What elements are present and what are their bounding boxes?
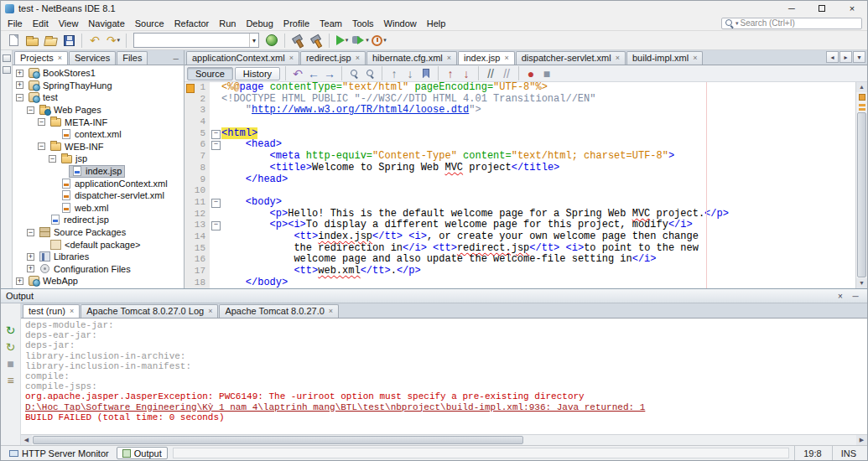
close-tab-icon[interactable]: × xyxy=(329,308,333,315)
open-project-button[interactable] xyxy=(41,31,60,49)
collapse-handle-icon[interactable]: − xyxy=(16,94,23,101)
tree-node-web-inf[interactable]: −WEB-INF xyxy=(13,141,184,153)
output-horizontal-scrollbar[interactable]: ◀ ▶ xyxy=(21,434,867,445)
start-macro-button[interactable]: ● xyxy=(523,66,538,80)
close-tab-icon[interactable]: × xyxy=(289,54,294,62)
tree-node-index.jsp[interactable]: index.jsp xyxy=(13,165,184,178)
close-tab-icon[interactable]: × xyxy=(504,54,508,62)
scroll-left-icon[interactable]: ◀ xyxy=(21,435,32,445)
scrollbar-thumb[interactable] xyxy=(33,436,523,444)
project-tree[interactable]: +BookStores1+SpringThayHung−test−Web Pag… xyxy=(13,65,184,288)
view-button-source[interactable]: Source xyxy=(187,67,233,80)
docked-window-output[interactable]: Output xyxy=(117,447,168,459)
next-bookmark-button[interactable]: ↓ xyxy=(403,66,418,80)
menu-window[interactable]: Window xyxy=(379,18,422,29)
previous-error-button[interactable]: ↑ xyxy=(443,66,458,80)
menu-edit[interactable]: Edit xyxy=(28,18,54,29)
uncomment-button[interactable]: // xyxy=(499,66,514,80)
menu-source[interactable]: Source xyxy=(130,18,169,29)
collapse-handle-icon[interactable]: − xyxy=(38,118,45,126)
editor-tab-hibernate.cfg.xml[interactable]: hibernate.cfg.xml× xyxy=(366,51,457,65)
scroll-down-icon[interactable]: ▼ xyxy=(856,278,867,288)
back-button[interactable]: ← xyxy=(306,66,321,80)
tree-node-jsp[interactable]: −jsp xyxy=(13,153,184,165)
tree-node-default-package[interactable]: <default package> xyxy=(13,238,184,251)
close-tab-icon[interactable]: × xyxy=(693,54,697,62)
fold-collapse-icon[interactable] xyxy=(210,197,221,209)
menu-refactor[interactable]: Refactor xyxy=(169,18,215,29)
scrollbar-thumb[interactable] xyxy=(857,112,866,277)
profile-project-button[interactable]: ▾ xyxy=(370,31,388,49)
ide-browser-button[interactable] xyxy=(262,31,281,49)
close-tab-icon[interactable]: × xyxy=(70,308,74,315)
scroll-tabs-left-icon[interactable]: ◂ xyxy=(826,51,839,63)
explorer-tab-services[interactable]: Services xyxy=(69,51,116,65)
editor-tab-index.jsp[interactable]: index.jsp× xyxy=(458,51,515,65)
fold-collapse-icon[interactable] xyxy=(210,128,221,140)
tab-list-icon[interactable]: ▾ xyxy=(853,51,865,63)
last-edit-button[interactable]: ↶ xyxy=(290,66,305,80)
search-input[interactable] xyxy=(741,18,859,28)
menu-team[interactable]: Team xyxy=(314,18,347,29)
tree-node-source-packages[interactable]: −Source Packages xyxy=(13,226,184,239)
previous-bookmark-button[interactable]: ↑ xyxy=(387,66,402,80)
debug-project-button[interactable]: ▾ xyxy=(351,31,370,49)
fold-collapse-icon[interactable] xyxy=(210,220,221,231)
view-button-history[interactable]: History xyxy=(235,67,280,80)
menu-debug[interactable]: Debug xyxy=(241,18,278,29)
explorer-tab-projects[interactable]: Projects× xyxy=(14,51,68,65)
minimize-output-button[interactable]: ─ xyxy=(849,292,862,301)
new-file-button[interactable] xyxy=(4,31,23,49)
minimize-panel-icon[interactable]: ─ xyxy=(170,54,182,65)
expand-handle-icon[interactable]: + xyxy=(16,70,23,77)
editor-tab-build-impl.xml[interactable]: build-impl.xml× xyxy=(626,51,704,65)
project-configuration-combo[interactable]: ▾ xyxy=(133,33,259,48)
expand-handle-icon[interactable]: + xyxy=(16,81,23,89)
collapse-handle-icon[interactable]: − xyxy=(49,155,56,163)
editor-scrollbar[interactable]: ▲ ▼ xyxy=(855,82,867,288)
tree-node-test[interactable]: −test xyxy=(13,91,184,104)
stop-build-button[interactable]: ■ xyxy=(3,357,18,370)
redo-button[interactable]: ↷▾ xyxy=(104,31,122,49)
expand-handle-icon[interactable]: + xyxy=(27,253,34,261)
tree-node-applicationcontext.xml[interactable]: applicationContext.xml xyxy=(13,177,184,189)
collapse-handle-icon[interactable]: − xyxy=(38,142,45,150)
forward-button[interactable]: → xyxy=(322,66,337,80)
run-project-button[interactable]: ▾ xyxy=(333,31,351,49)
editor-tab-applicationcontext.xml[interactable]: applicationContext.xml× xyxy=(186,51,299,65)
close-tab-icon[interactable]: × xyxy=(447,54,451,62)
stop-macro-button[interactable]: ■ xyxy=(539,66,554,80)
minimize-window-button[interactable]: ─ xyxy=(777,1,807,16)
save-all-button[interactable] xyxy=(60,31,78,49)
next-error-button[interactable]: ↓ xyxy=(459,66,474,80)
close-tab-icon[interactable]: × xyxy=(58,54,62,62)
close-window-button[interactable]: × xyxy=(837,1,867,16)
rerun-button[interactable]: ↻ xyxy=(3,324,18,336)
new-project-button[interactable] xyxy=(23,31,41,49)
scroll-right-icon[interactable]: ▶ xyxy=(856,435,867,445)
console-file-link[interactable]: D:\Hoc Tap\Software Engineering\Kỳ 1 nam… xyxy=(25,402,863,412)
menu-help[interactable]: Help xyxy=(422,18,451,29)
close-tab-icon[interactable]: × xyxy=(356,54,360,62)
close-output-button[interactable]: × xyxy=(834,292,847,301)
rerun-with-args-button[interactable]: ↻ xyxy=(3,340,18,353)
ant-settings-button[interactable]: ≡ xyxy=(3,374,18,386)
menu-run[interactable]: Run xyxy=(214,18,241,29)
menu-view[interactable]: View xyxy=(54,18,84,29)
expand-handle-icon[interactable]: + xyxy=(16,277,23,285)
minimized-navigator-button[interactable] xyxy=(3,54,11,62)
console-output[interactable]: deps-module-jar:deps-ear-jar:deps-jar:li… xyxy=(21,319,867,434)
toggle-bookmark-button[interactable] xyxy=(418,66,434,80)
editor-tab-redirect.jsp[interactable]: redirect.jsp× xyxy=(300,51,366,65)
fold-collapse-icon[interactable] xyxy=(210,139,221,151)
incremental-search-button[interactable] xyxy=(362,66,377,80)
scroll-tabs-right-icon[interactable]: ▸ xyxy=(839,51,852,63)
editor-tab-dispatcher-servlet.xml[interactable]: dispatcher-servlet.xml× xyxy=(516,51,626,65)
tree-node-meta-inf[interactable]: −META-INF xyxy=(13,116,184,128)
comment-button[interactable]: // xyxy=(483,66,498,80)
explorer-tab-files[interactable]: Files xyxy=(117,51,148,65)
build-project-button[interactable] xyxy=(288,31,307,49)
tree-node-springthayhung[interactable]: +SpringThayHung xyxy=(13,80,184,92)
collapse-handle-icon[interactable]: − xyxy=(27,229,34,236)
tree-node-dispatcher-servlet.xml[interactable]: dispatcher-servlet.xml xyxy=(13,189,184,202)
